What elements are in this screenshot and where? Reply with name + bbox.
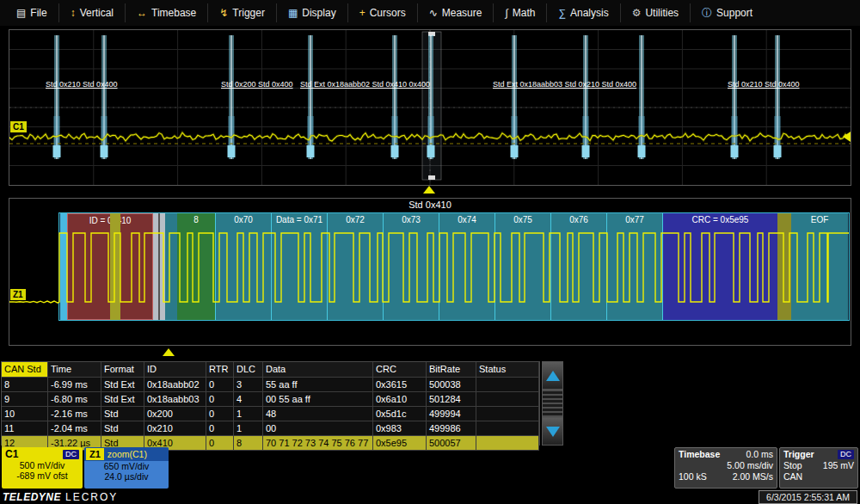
header-cell-format: Format <box>101 362 144 377</box>
decode-band: ID = 0x41080x70Data = 0x710x720x730x740x… <box>58 212 850 321</box>
cell: 8 <box>234 436 263 450</box>
table-row[interactable]: 11-2.04 msStd0x21001000x983499986 <box>2 421 539 436</box>
menu-item-label: Timebase <box>151 7 196 19</box>
menu-item-measure[interactable]: ∿Measure <box>417 3 494 22</box>
math-icon: ∫ <box>505 8 507 18</box>
menu-item-label: Math <box>513 7 536 19</box>
cell: 499986 <box>427 421 476 435</box>
menu-item-label: Cursors <box>370 7 406 19</box>
trigger-title: Trigger <box>783 449 814 459</box>
table-row[interactable]: 9-6.80 msStd Ext0x18aabb030400 55 aa ff0… <box>2 392 539 407</box>
menu-item-timebase[interactable]: ↔Timebase <box>125 3 207 22</box>
scroll-down-button[interactable] <box>543 417 562 445</box>
segment-label: 8 <box>177 215 215 224</box>
cell: Std Ext <box>101 378 144 391</box>
cell: Std <box>101 421 144 435</box>
menu-item-vertical[interactable]: ↕Vertical <box>58 3 125 22</box>
cell: 8 <box>2 378 48 391</box>
cell: 500038 <box>427 378 476 391</box>
segment-label: 0x72 <box>328 215 383 224</box>
menu-item-label: Vertical <box>80 7 114 19</box>
display-icon: ▦ <box>288 8 298 18</box>
menu-item-label: Support <box>716 7 752 19</box>
trigger-mode: Stop <box>783 460 802 470</box>
segment-data-byte-1: Data = 0x71 <box>271 213 327 320</box>
zoom-panel[interactable]: Std 0x410 ID = 0x41080x70Data = 0x710x72… <box>9 198 851 346</box>
trigger-icon: ↯ <box>219 8 228 18</box>
z1-scale: 650 mV/div <box>84 461 169 471</box>
cell: 70 71 72 73 74 75 76 77 <box>263 436 373 450</box>
can-decode-table[interactable]: CAN StdTimeFormatIDRTRDLCDataCRCBitRateS… <box>1 361 540 446</box>
c1-descriptor-title: C1 <box>5 448 18 460</box>
cell: 0x5e95 <box>373 436 427 450</box>
cell: 0x6a10 <box>373 392 427 406</box>
header-cell-id: ID <box>144 362 206 377</box>
trigger-time-marker[interactable] <box>423 186 435 194</box>
trigger-level: 195 mV <box>823 460 854 470</box>
menu-item-support[interactable]: ⓘSupport <box>690 3 764 22</box>
can-frame-bursts <box>53 35 782 159</box>
menu-item-cursors[interactable]: +Cursors <box>347 3 417 22</box>
segment-label: 0x77 <box>607 215 662 224</box>
cell: 0x3615 <box>373 378 427 391</box>
segment-dlc-field: 8 <box>177 213 215 320</box>
trigger-descriptor[interactable]: Trigger DC Stop 195 mV CAN <box>779 447 858 489</box>
timebase-scale: 5.00 ms/div <box>727 460 773 470</box>
segment-data-byte-3: 0x73 <box>383 213 439 320</box>
timebase-rate: 2.00 MS/s <box>733 471 773 482</box>
cell: -6.99 ms <box>48 378 101 391</box>
cell: Std Ext <box>101 392 144 406</box>
cell: 48 <box>263 407 373 421</box>
scrollbar-track[interactable] <box>543 390 562 417</box>
cell: 0 <box>206 392 234 406</box>
segment-label: CRC = 0x5e95 <box>663 215 777 224</box>
cell: 500057 <box>427 436 476 450</box>
frame-annotation-0: Std 0x210 Std 0x400 <box>46 80 118 89</box>
trigger-type: CAN <box>783 471 802 482</box>
scroll-up-button[interactable] <box>543 362 562 390</box>
table-row[interactable]: 8-6.99 msStd Ext0x18aabb020355 aa ff0x36… <box>2 378 539 392</box>
menu-bar: ▤File↕Vertical↔Timebase↯Trigger▦Display+… <box>0 0 860 26</box>
segment-ack-field <box>777 213 791 320</box>
cell: 3 <box>234 378 263 391</box>
table-row[interactable]: 10-2.16 msStd0x20001480x5d1c499994 <box>2 407 539 421</box>
cursors-icon: + <box>359 8 366 18</box>
z1-trace-label: Z1 <box>10 289 26 300</box>
z1-descriptor[interactable]: Z1 zoom(C1) 650 mV/div 24.0 µs/div <box>84 447 169 489</box>
cell: 00 <box>263 421 373 435</box>
cell: 501284 <box>427 392 476 406</box>
cell: 0x18aabb03 <box>144 392 206 406</box>
cell: 0 <box>206 378 234 391</box>
menu-item-utilities[interactable]: ⚙Utilities <box>620 3 690 22</box>
footer-bar: TELEDYNE LECROY 6/3/2015 2:55:31 AM <box>0 489 860 504</box>
zoom-trigger-marker[interactable] <box>163 348 175 356</box>
menu-item-label: Analysis <box>570 7 609 19</box>
menu-item-display[interactable]: ▦Display <box>276 3 347 22</box>
brand-secondary: LECROY <box>65 491 118 503</box>
menu-item-label: Display <box>302 7 335 19</box>
c1-scale: 500 mV/div <box>2 460 83 470</box>
utilities-icon: ⚙ <box>632 8 642 18</box>
cell: 0x983 <box>373 421 427 435</box>
main-waveform-svg <box>9 30 851 185</box>
cell: Std <box>101 407 144 421</box>
menu-item-file[interactable]: ▤File <box>5 3 58 22</box>
menu-item-math[interactable]: ∫Math <box>493 3 546 22</box>
segment-label: 0x70 <box>216 215 271 224</box>
frame-annotation-1: Std 0x200 Std 0x400 <box>221 80 293 89</box>
z1-source: zoom(C1) <box>108 449 147 459</box>
timebase-descriptor[interactable]: Timebase 0.0 ms 5.00 ms/div 100 kS 2.00 … <box>674 447 777 489</box>
menu-item-trigger[interactable]: ↯Trigger <box>207 3 276 22</box>
cell: 0 <box>206 407 234 421</box>
segment-srr-bit <box>153 213 165 320</box>
header-cell-bitrate: BitRate <box>427 362 476 377</box>
cell: 499994 <box>427 407 476 421</box>
cell: 9 <box>2 392 48 406</box>
c1-descriptor[interactable]: C1 DC 500 mV/div -689 mV ofst <box>2 447 83 489</box>
main-waveform-panel[interactable]: Std 0x210 Std 0x400Std 0x200 Std 0x400St… <box>9 29 851 186</box>
cell: 0x5d1c <box>373 407 427 421</box>
table-scrollbar[interactable] <box>542 361 563 446</box>
header-cell-data: Data <box>263 362 373 377</box>
measure-icon: ∿ <box>429 8 438 18</box>
menu-item-analysis[interactable]: ∑Analysis <box>546 3 619 22</box>
